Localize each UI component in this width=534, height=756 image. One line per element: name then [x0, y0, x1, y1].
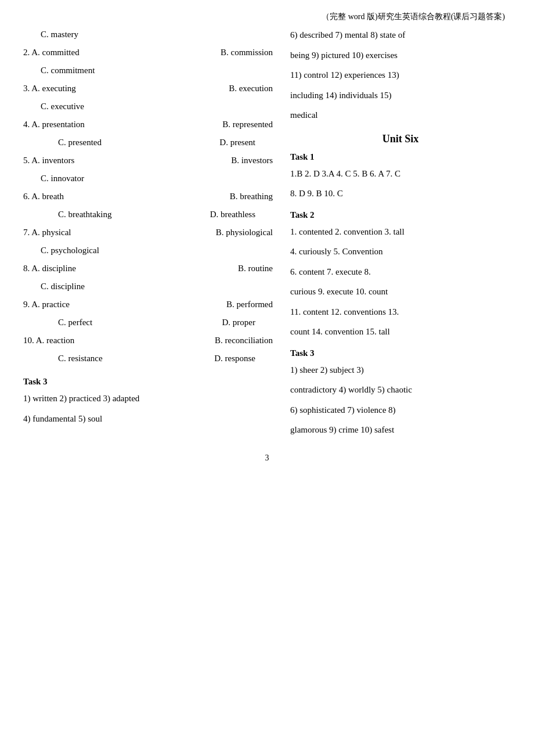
- list-item: 7. A. physical B. physiological: [23, 225, 273, 240]
- list-item: C. mastery: [23, 27, 273, 42]
- right-line4: including 14) individuals 15): [290, 87, 511, 104]
- page-header: （完整 word 版)研究生英语综合教程(课后习题答案): [23, 12, 511, 22]
- list-item: C. breathtaking D. breathless: [23, 207, 273, 222]
- task3-left-answers2: 4) fundamental 5) soul: [23, 411, 273, 427]
- page-number: 3: [23, 453, 511, 463]
- list-item: C. resistance D. response: [23, 351, 273, 366]
- right-line1: 6) described 7) mental 8) state of: [290, 27, 511, 44]
- task2-line5: 11. content 12. conventions 13.: [290, 304, 511, 321]
- task3-right-line4: glamorous 9) crime 10) safest: [290, 422, 511, 438]
- left-column: C. mastery 2. A. committed B. commission…: [23, 27, 284, 442]
- task2-line3: 6. content 7. execute 8.: [290, 264, 511, 280]
- task2-title: Task 2: [290, 210, 511, 220]
- list-item: 9. A. practice B. performed: [23, 297, 273, 312]
- right-line2: being 9) pictured 10) exercises: [290, 47, 511, 64]
- task3-right-line2: contradictory 4) worldly 5) chaotic: [290, 381, 511, 398]
- right-column: 6) described 7) mental 8) state of being…: [284, 27, 511, 442]
- list-item: 10. A. reaction B. reconciliation: [23, 333, 273, 348]
- list-item: C. discipline: [23, 279, 273, 294]
- task2-line6: count 14. convention 15. tall: [290, 323, 511, 340]
- right-line3: 11) control 12) experiences 13): [290, 67, 511, 84]
- task1-title: Task 1: [290, 152, 511, 162]
- list-item: 3. A. executing B. execution: [23, 81, 273, 96]
- list-item: C. executive: [23, 99, 273, 114]
- list-item: C. commitment: [23, 63, 273, 78]
- list-item: 4. A. presentation B. represented: [23, 117, 273, 132]
- task3-left-answers: 1) written 2) practiced 3) adapted: [23, 390, 273, 407]
- task2-line1: 1. contented 2. convention 3. tall: [290, 224, 511, 240]
- list-item: C. innovator: [23, 171, 273, 186]
- task2-line4: curious 9. execute 10. count: [290, 283, 511, 300]
- list-item: 2. A. committed B. commission: [23, 45, 273, 60]
- task3-right-line3: 6) sophisticated 7) violence 8): [290, 402, 511, 419]
- task3-left-title: Task 3: [23, 377, 273, 387]
- list-item: 8. A. discipline B. routine: [23, 261, 273, 276]
- list-item: 5. A. inventors B. investors: [23, 153, 273, 168]
- task1-line2: 8. D 9. B 10. C: [290, 185, 511, 202]
- task1-line1: 1.B 2. D 3.A 4. C 5. B 6. A 7. C: [290, 165, 511, 182]
- right-line5: medical: [290, 107, 511, 124]
- task3-right-line1: 1) sheer 2) subject 3): [290, 362, 511, 379]
- task2-line2: 4. curiously 5. Convention: [290, 243, 511, 260]
- list-item: C. presented D. present: [23, 135, 273, 150]
- list-item: C. psychological: [23, 243, 273, 258]
- task3-right-title: Task 3: [290, 348, 511, 358]
- list-item: 6. A. breath B. breathing: [23, 189, 273, 204]
- unit-title: Unit Six: [290, 133, 511, 145]
- list-item: C. perfect D. proper: [23, 315, 273, 330]
